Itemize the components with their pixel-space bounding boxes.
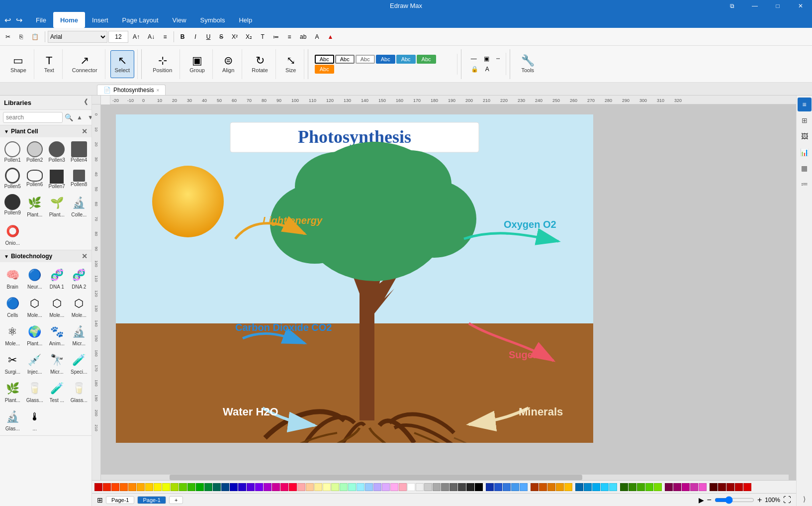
undo-icon[interactable]: ↩ [2,15,13,25]
restore-btn[interactable]: ⧉ [721,0,743,12]
menu-file[interactable]: File [29,12,53,28]
color-cell[interactable] [365,483,373,491]
lib-item-pollen7[interactable]: Pollen7 [46,166,68,191]
align-btn[interactable]: ≡ [159,30,171,44]
color-cell[interactable] [466,483,474,491]
lib-item-mole3[interactable]: ⬡Mole... [69,293,90,320]
scroll-down-btn[interactable]: ▼ [86,113,92,121]
lib-item-test[interactable]: 🧪Test ... [46,378,68,405]
color-cell[interactable] [699,483,707,491]
list-ordered-btn[interactable]: ≔ [270,30,282,44]
lib-item-dna2[interactable]: 🧬DNA 2 [69,264,90,292]
right-panel-format-btn[interactable]: ≔ [798,177,812,191]
color-cell[interactable] [710,483,718,491]
search-btn[interactable]: 🔍 [65,113,73,121]
color-cell[interactable] [120,483,128,491]
zoom-in-btn[interactable]: + [757,496,762,505]
color-cell[interactable] [340,483,348,491]
style-btn[interactable]: A [482,64,492,74]
color-cell[interactable] [171,483,179,491]
right-panel-image-btn[interactable]: 🖼 [798,129,812,143]
copy-btn[interactable]: ⎘ [15,30,27,44]
color-cell[interactable] [539,483,547,491]
list-unordered-btn[interactable]: ≡ [283,30,295,44]
color-cell[interactable] [128,483,136,491]
color-cell[interactable] [103,483,111,491]
lib-item-brain[interactable]: 🧠Brain [2,264,23,292]
right-panel-properties-btn[interactable]: ≡ [798,98,812,111]
lib-item-pollen3[interactable]: Pollen3 [46,139,68,165]
lib-item-surgi[interactable]: ✂Surgi... [2,349,23,377]
superscript-btn[interactable]: X² [228,30,241,44]
scroll-up-btn[interactable]: ▲ [75,113,84,121]
lib-item-plant2[interactable]: 🌱Plant... [46,192,68,219]
font-size-increase-btn[interactable]: A↑ [129,30,143,44]
color-cell[interactable] [238,483,246,491]
color-cell[interactable] [162,483,170,491]
menu-help[interactable]: Help [232,12,259,28]
color-cell[interactable] [390,483,398,491]
lib-item-mole4[interactable]: ⚛Mole... [2,321,23,348]
h-scrollbar[interactable] [101,474,789,480]
color-cell[interactable] [111,483,119,491]
color-cell[interactable] [230,483,238,491]
color-cell[interactable] [682,483,690,491]
select-btn[interactable]: ↖ Select [110,50,135,78]
color-cell[interactable] [314,483,322,491]
color-cell[interactable] [221,483,229,491]
h-scrollbar-thumb[interactable] [170,475,582,480]
plant-cell-close[interactable]: ✕ [82,127,88,135]
line-color-btn[interactable]: — [468,54,480,64]
font-color-btn[interactable]: A [311,30,323,44]
lib-item-extra[interactable]: 🌡... [24,406,46,433]
lib-item-mole2[interactable]: ⬡Mole... [46,293,68,320]
font-size-input[interactable] [108,31,128,43]
biotechnology-header[interactable]: ▼Biotechnology ✕ [0,250,91,262]
color-cell[interactable] [726,483,734,491]
lock-btn[interactable]: 🔒 [468,64,481,74]
color-cell[interactable] [665,483,673,491]
right-panel-collapse-btn[interactable]: ⟩ [798,492,812,506]
lib-item-plant1[interactable]: 🌿Plant... [24,192,46,219]
color-cell[interactable] [458,483,466,491]
rotate-btn[interactable]: ↻ Rotate [247,50,272,78]
color-cell[interactable] [645,483,653,491]
italic-btn[interactable]: I [189,30,201,44]
canvas[interactable]: Photosynthesis [101,104,796,480]
text-btn[interactable]: T Text [39,50,59,78]
style-sample-7[interactable]: Abc [315,65,334,74]
color-cell[interactable] [575,483,583,491]
play-icon[interactable]: ▶ [699,496,704,504]
style-sample-5[interactable]: Abc [396,55,416,64]
redo-icon[interactable]: ↪ [13,15,25,25]
color-cell[interactable] [306,483,314,491]
size-btn[interactable]: ⤡ Size [281,50,301,78]
fill-color-btn[interactable]: ▲ [324,30,337,44]
color-cell[interactable] [441,483,449,491]
strikethrough-btn[interactable]: S [215,30,227,44]
line-style-btn[interactable]: ╌ [493,54,503,64]
lib-item-neur[interactable]: 🔵Neur... [24,264,46,292]
lib-item-cells[interactable]: 🔵Cells [2,293,23,320]
lib-item-pollen8[interactable]: Pollen8 [69,166,90,191]
view-icon[interactable]: ⊞ [97,496,103,504]
color-cell[interactable] [503,483,511,491]
lib-item-micr2[interactable]: 🔭Micr... [46,349,68,377]
color-cell[interactable] [272,483,280,491]
cut-btn[interactable]: ✂ [2,30,14,44]
color-cell[interactable] [673,483,681,491]
color-cell[interactable] [637,483,645,491]
lib-item-mole1[interactable]: ⬡Mole... [24,293,46,320]
case-btn[interactable]: ab [296,30,310,44]
subscript-btn[interactable]: X₂ [242,30,256,44]
color-cell[interactable] [690,483,698,491]
lib-item-pollen6[interactable]: Pollen6 [24,166,46,191]
color-cell-black[interactable] [475,483,483,491]
search-input[interactable] [3,112,63,123]
color-cell[interactable] [331,483,339,491]
lib-item-speci[interactable]: 🧪Speci... [69,349,90,377]
color-cell[interactable] [620,483,628,491]
color-cell[interactable] [348,483,356,491]
color-cell[interactable] [137,483,145,491]
lib-item-injec[interactable]: 💉Injec... [24,349,46,377]
